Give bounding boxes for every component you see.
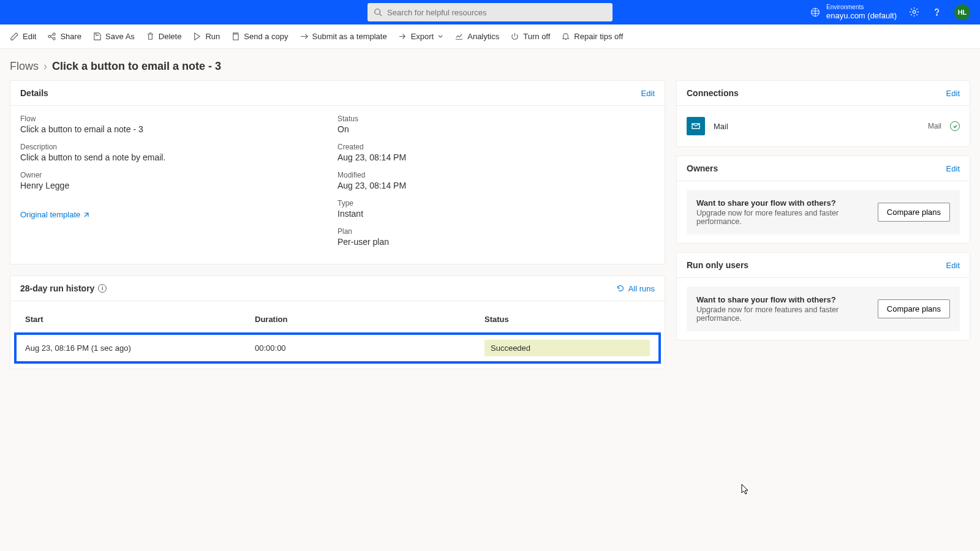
owners-title: Owners [687,163,718,173]
share-button[interactable]: Share [47,32,81,41]
run-only-promo-title: Want to share your flow with others? [696,295,868,304]
mail-icon [687,117,705,135]
details-edit-link[interactable]: Edit [641,89,655,98]
details-card: Details Edit Flow Click a button to emai… [10,80,665,264]
svg-rect-8 [233,34,238,40]
owners-edit-link[interactable]: Edit [946,164,960,173]
owners-promo: Want to share your flow with others? Upg… [687,190,960,234]
pencil-icon [10,32,19,41]
owners-promo-title: Want to share your flow with others? [696,198,868,208]
help-icon[interactable] [932,7,942,17]
environment-picker[interactable]: Environments enayu.com (default) [810,3,897,21]
owner-value: Henry Legge [20,181,337,190]
description-label: Description [20,143,337,151]
submit-template-button[interactable]: Submit as a template [300,32,387,41]
created-label: Created [337,143,655,151]
environment-icon [810,7,820,17]
search-input[interactable] [387,8,606,17]
send-copy-button[interactable]: Send a copy [231,32,288,41]
run-history-title: 28-day run history i [20,283,107,293]
breadcrumb-root[interactable]: Flows [10,60,39,73]
save-as-button[interactable]: Save As [92,32,135,41]
copy-icon [231,32,240,41]
modified-label: Modified [337,171,655,179]
run-only-title: Run only users [687,260,748,270]
delete-button[interactable]: Delete [146,32,182,41]
turn-off-button[interactable]: Turn off [510,32,550,41]
run-only-compare-plans-button[interactable]: Compare plans [878,299,950,318]
run-only-edit-link[interactable]: Edit [946,261,960,270]
run-history-card: 28-day run history i All runs Start Dura… [10,276,665,369]
connection-type: Mail [928,122,941,130]
repair-tips-button[interactable]: Repair tips off [561,32,623,41]
all-runs-link[interactable]: All runs [616,284,655,293]
flow-value: Click a button to email a note - 3 [20,124,337,134]
run-only-promo: Want to share your flow with others? Upg… [687,287,960,331]
refresh-icon [616,284,625,293]
connection-name: Mail [714,122,919,131]
chart-icon [454,32,464,41]
search-box[interactable] [368,3,612,21]
run-start-value: Aug 23, 08:16 PM (1 sec ago) [25,343,255,353]
col-start-header: Start [25,315,255,324]
topbar-right: Environments enayu.com (default) HL [810,3,970,21]
status-label: Status [337,114,655,123]
run-only-card: Run only users Edit Want to share your f… [676,252,970,340]
svg-point-0 [375,9,380,15]
top-app-bar: Environments enayu.com (default) HL [0,0,980,24]
svg-point-4 [937,15,937,15]
connection-item-mail[interactable]: Mail Mail [687,114,960,138]
export-button[interactable]: Export [398,32,444,41]
owner-label: Owner [20,171,337,179]
svg-point-5 [48,36,51,38]
bell-icon [561,32,570,41]
status-ok-icon [950,121,960,131]
original-template-link[interactable]: Original template [20,210,90,219]
col-status-header: Status [484,315,650,324]
save-icon [92,32,102,41]
type-value: Instant [337,209,655,219]
breadcrumb: Flows › Click a button to email a note -… [0,49,980,80]
created-value: Aug 23, 08:14 PM [337,152,655,162]
status-value: On [337,124,655,134]
svg-point-7 [53,37,56,40]
description-value: Click a button to send a note by email. [20,152,337,162]
analytics-button[interactable]: Analytics [454,32,499,41]
trash-icon [146,32,155,41]
run-button[interactable]: Run [192,32,220,41]
run-history-columns: Start Duration Status [10,301,665,330]
svg-point-6 [53,33,56,36]
edit-button[interactable]: Edit [10,32,36,41]
user-avatar[interactable]: HL [954,4,970,20]
run-only-promo-desc: Upgrade now for more features and faster… [696,305,868,323]
plan-label: Plan [337,227,655,236]
connections-edit-link[interactable]: Edit [946,89,960,98]
play-icon [192,32,202,41]
run-history-row-selected[interactable]: Aug 23, 08:16 PM (1 sec ago) 00:00:00 Su… [14,332,661,364]
run-status-succeeded: Succeeded [484,340,650,356]
plan-value: Per-user plan [337,237,655,247]
run-duration-value: 00:00:00 [255,343,484,353]
svg-line-1 [380,14,382,17]
flow-label: Flow [20,114,337,123]
chevron-right-icon: › [43,60,47,73]
svg-point-3 [913,11,916,14]
details-title: Details [20,88,48,98]
owners-card: Owners Edit Want to share your flow with… [676,156,970,244]
type-label: Type [337,199,655,208]
chevron-down-icon [437,34,443,40]
search-icon [374,8,382,17]
open-new-icon [83,211,90,219]
modified-value: Aug 23, 08:14 PM [337,181,655,190]
environment-label: Environments [826,3,897,11]
info-icon[interactable]: i [98,284,107,293]
breadcrumb-current: Click a button to email a note - 3 [52,60,221,73]
owners-compare-plans-button[interactable]: Compare plans [878,203,950,222]
connections-title: Connections [687,88,739,98]
command-bar: Edit Share Save As Delete Run Send a cop… [0,24,980,49]
environment-name: enayu.com (default) [826,11,897,21]
power-icon [510,32,519,41]
settings-icon[interactable] [909,7,919,17]
submit-icon [300,32,309,41]
owners-promo-desc: Upgrade now for more features and faster… [696,209,868,226]
